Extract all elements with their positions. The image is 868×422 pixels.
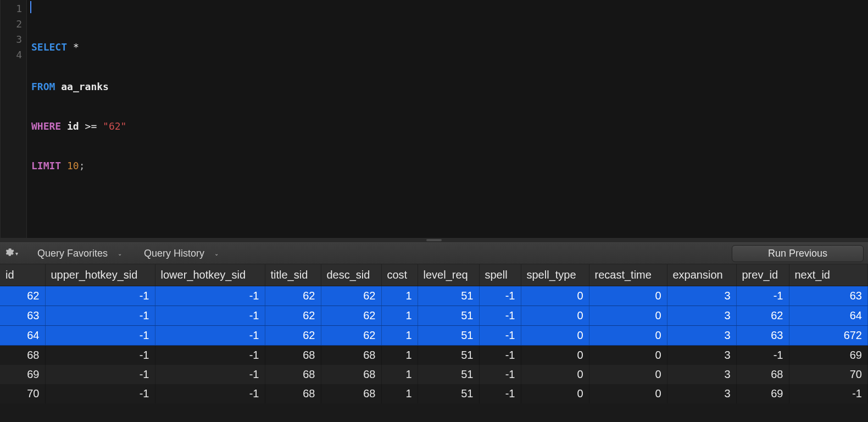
cell[interactable]: 64 (789, 306, 868, 326)
column-header[interactable]: upper_hotkey_sid (45, 264, 155, 286)
cell[interactable]: 63 (789, 286, 868, 306)
cell[interactable]: 0 (589, 326, 667, 346)
cell[interactable]: 0 (589, 286, 667, 306)
cell[interactable]: 51 (418, 326, 479, 346)
cell[interactable]: 0 (521, 346, 589, 365)
cell[interactable]: 68 (265, 384, 321, 403)
column-header[interactable]: desc_sid (321, 264, 381, 286)
table-row[interactable]: 69-1-16868151-10036870 (0, 365, 868, 384)
cell[interactable]: 69 (736, 384, 789, 403)
table-row[interactable]: 62-1-16262151-1003-163 (0, 286, 868, 306)
table-row[interactable]: 63-1-16262151-10036264 (0, 306, 868, 326)
cell[interactable]: 70 (0, 384, 45, 403)
cell[interactable]: -1 (155, 384, 265, 403)
cell[interactable]: -1 (479, 306, 521, 326)
cell[interactable]: 68 (736, 365, 789, 384)
cell[interactable]: 3 (667, 384, 736, 403)
cell[interactable]: 68 (321, 365, 381, 384)
cell[interactable]: -1 (45, 306, 155, 326)
cell[interactable]: 0 (521, 384, 589, 403)
column-header[interactable]: next_id (789, 264, 868, 286)
cell[interactable]: 0 (589, 306, 667, 326)
run-previous-button[interactable]: Run Previous (732, 245, 864, 262)
cell[interactable]: 68 (321, 346, 381, 365)
cell[interactable]: 1 (381, 286, 418, 306)
cell[interactable]: -1 (155, 286, 265, 306)
cell[interactable]: 0 (521, 365, 589, 384)
cell[interactable]: 0 (589, 365, 667, 384)
cell[interactable]: 63 (0, 306, 45, 326)
table-row[interactable]: 70-1-16868151-100369-1 (0, 384, 868, 403)
cell[interactable]: -1 (155, 326, 265, 346)
column-header[interactable]: id (0, 264, 45, 286)
cell[interactable]: 68 (265, 365, 321, 384)
query-history-dropdown[interactable]: Query History ⌄ (140, 247, 223, 260)
code-area[interactable]: SELECT * FROM aa_ranks WHERE id >= "62" … (27, 0, 868, 238)
column-header[interactable]: recast_time (589, 264, 667, 286)
cell[interactable]: 1 (381, 326, 418, 346)
cell[interactable]: 0 (521, 306, 589, 326)
cell[interactable]: 3 (667, 326, 736, 346)
sql-editor[interactable]: 1 2 3 4 SELECT * FROM aa_ranks WHERE id … (0, 0, 868, 238)
table-row[interactable]: 64-1-16262151-100363672 (0, 326, 868, 346)
column-header[interactable]: expansion (667, 264, 736, 286)
cell[interactable]: -1 (479, 365, 521, 384)
column-header[interactable]: lower_hotkey_sid (155, 264, 265, 286)
cell[interactable]: 68 (265, 346, 321, 365)
column-header[interactable]: spell_type (521, 264, 589, 286)
cell[interactable]: -1 (45, 346, 155, 365)
column-header[interactable]: prev_id (736, 264, 789, 286)
column-header[interactable]: level_req (418, 264, 479, 286)
cell[interactable]: -1 (479, 346, 521, 365)
cell[interactable]: 0 (589, 346, 667, 365)
cell[interactable]: 1 (381, 384, 418, 403)
cell[interactable]: 70 (789, 365, 868, 384)
cell[interactable]: 1 (381, 365, 418, 384)
horizontal-splitter[interactable] (0, 238, 868, 242)
cell[interactable]: 51 (418, 286, 479, 306)
cell[interactable]: 62 (321, 306, 381, 326)
cell[interactable]: 0 (521, 286, 589, 306)
cell[interactable]: -1 (45, 286, 155, 306)
cell[interactable]: -1 (155, 365, 265, 384)
cell[interactable]: -1 (45, 384, 155, 403)
results-grid[interactable]: id upper_hotkey_sid lower_hotkey_sid tit… (0, 264, 868, 403)
cell[interactable]: 51 (418, 346, 479, 365)
cell[interactable]: -1 (155, 346, 265, 365)
cell[interactable]: 62 (0, 286, 45, 306)
cell[interactable]: 0 (589, 384, 667, 403)
cell[interactable]: 62 (321, 286, 381, 306)
cell[interactable]: 69 (0, 365, 45, 384)
cell[interactable]: 62 (736, 306, 789, 326)
cell[interactable]: -1 (736, 346, 789, 365)
column-header[interactable]: title_sid (265, 264, 321, 286)
cell[interactable]: 3 (667, 346, 736, 365)
cell[interactable]: 69 (789, 346, 868, 365)
cell[interactable]: 1 (381, 306, 418, 326)
table-row[interactable]: 68-1-16868151-1003-169 (0, 346, 868, 365)
query-favorites-dropdown[interactable]: Query Favorites ⌄ (33, 247, 126, 260)
cell[interactable]: 3 (667, 286, 736, 306)
cell[interactable]: 62 (265, 306, 321, 326)
cell[interactable]: 3 (667, 365, 736, 384)
cell[interactable]: -1 (479, 384, 521, 403)
cell[interactable]: -1 (736, 286, 789, 306)
cell[interactable]: -1 (789, 384, 868, 403)
gear-menu[interactable]: ▾ (4, 247, 20, 260)
cell[interactable]: 51 (418, 306, 479, 326)
cell[interactable]: 1 (381, 346, 418, 365)
cell[interactable]: -1 (155, 306, 265, 326)
cell[interactable]: 64 (0, 326, 45, 346)
cell[interactable]: -1 (479, 326, 521, 346)
cell[interactable]: 62 (321, 326, 381, 346)
column-header[interactable]: cost (381, 264, 418, 286)
cell[interactable]: 62 (265, 286, 321, 306)
cell[interactable]: 3 (667, 306, 736, 326)
column-header[interactable]: spell (479, 264, 521, 286)
cell[interactable]: -1 (479, 286, 521, 306)
cell[interactable]: 51 (418, 365, 479, 384)
cell[interactable]: 0 (521, 326, 589, 346)
cell[interactable]: 672 (789, 326, 868, 346)
cell[interactable]: 68 (0, 346, 45, 365)
cell[interactable]: -1 (45, 326, 155, 346)
